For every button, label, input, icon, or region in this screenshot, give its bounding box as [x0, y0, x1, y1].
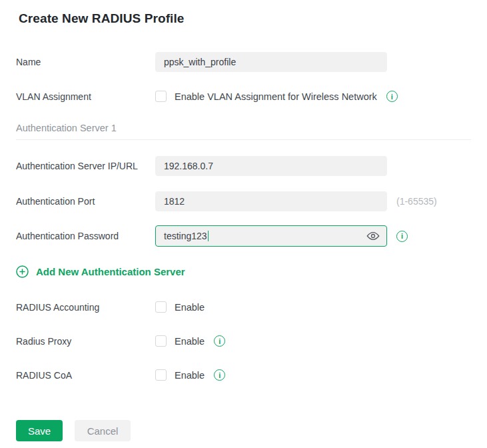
auth-server-ip-label: Authentication Server IP/URL: [16, 161, 155, 171]
auth-server-section-header: Authentication Server 1: [16, 123, 471, 140]
radius-coa-checkbox[interactable]: Enable: [155, 369, 205, 381]
create-radius-profile-page: Create New RADIUS Profile Name VLAN Assi…: [0, 0, 487, 448]
cancel-button[interactable]: Cancel: [75, 420, 131, 441]
form-actions: Save Cancel: [16, 420, 471, 441]
vlan-assignment-label: VLAN Assignment: [16, 91, 155, 102]
add-auth-server-link[interactable]: Add New Authentication Server: [16, 265, 185, 278]
vlan-enable-checkbox[interactable]: Enable VLAN Assignment for Wireless Netw…: [155, 91, 377, 102]
name-input[interactable]: [155, 52, 387, 72]
radius-proxy-row: Radius Proxy Enable i: [16, 335, 471, 347]
auth-server-ip-input[interactable]: [155, 156, 387, 176]
password-visibility-eye-icon[interactable]: [366, 230, 380, 242]
radius-accounting-label: RADIUS Accounting: [16, 302, 155, 313]
radius-coa-row: RADIUS CoA Enable i: [16, 369, 471, 381]
radius-proxy-checkbox[interactable]: Enable: [155, 335, 205, 347]
radius-coa-info-icon[interactable]: i: [214, 369, 225, 381]
plus-circle-icon: [16, 265, 29, 278]
section-divider: [16, 139, 471, 140]
name-label: Name: [16, 57, 155, 67]
radius-proxy-info-icon[interactable]: i: [214, 335, 225, 347]
name-row: Name: [16, 52, 471, 72]
text-caret: [208, 231, 209, 241]
checkbox-icon: [155, 91, 167, 102]
vlan-info-icon[interactable]: i: [386, 91, 398, 102]
auth-password-info-icon[interactable]: i: [396, 231, 408, 242]
save-button[interactable]: Save: [16, 420, 63, 441]
auth-password-label: Authentication Password: [16, 231, 155, 241]
checkbox-icon: [155, 369, 167, 381]
radius-coa-checkbox-label: Enable: [175, 370, 205, 381]
auth-port-row: Authentication Port (1-65535): [16, 191, 471, 211]
radius-proxy-checkbox-label: Enable: [175, 336, 205, 347]
auth-port-range-hint: (1-65535): [396, 196, 437, 207]
radius-coa-label: RADIUS CoA: [16, 370, 155, 381]
vlan-assignment-row: VLAN Assignment Enable VLAN Assignment f…: [16, 91, 471, 102]
auth-server-ip-row: Authentication Server IP/URL: [16, 156, 471, 176]
radius-accounting-row: RADIUS Accounting Enable: [16, 301, 471, 313]
radius-accounting-checkbox-label: Enable: [175, 302, 205, 313]
auth-password-value: testing123: [164, 231, 207, 241]
page-title: Create New RADIUS Profile: [19, 11, 471, 26]
auth-password-input[interactable]: testing123: [155, 225, 387, 247]
radius-accounting-checkbox[interactable]: Enable: [155, 301, 205, 313]
auth-port-label: Authentication Port: [16, 196, 155, 207]
auth-server-section-title: Authentication Server 1: [16, 123, 471, 133]
auth-port-input[interactable]: [155, 191, 387, 211]
checkbox-icon: [155, 335, 167, 347]
auth-password-row: Authentication Password testing123 i: [16, 225, 471, 247]
add-auth-server-link-label: Add New Authentication Server: [36, 266, 185, 277]
radius-proxy-label: Radius Proxy: [16, 336, 155, 347]
checkbox-icon: [155, 301, 167, 313]
vlan-enable-checkbox-label: Enable VLAN Assignment for Wireless Netw…: [175, 91, 377, 102]
